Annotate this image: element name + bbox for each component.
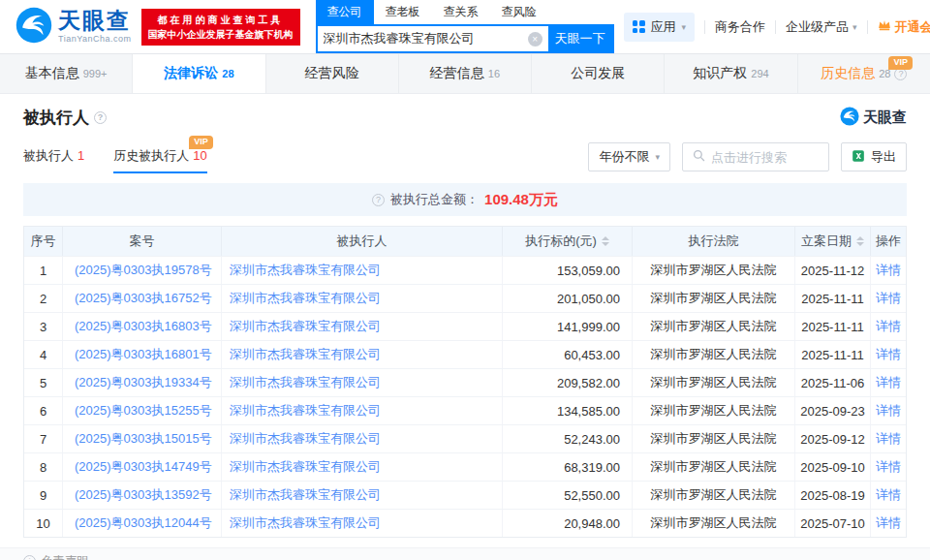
tab-label: 公司发展 (571, 65, 625, 82)
column-header[interactable]: 执行标的(元) (503, 227, 633, 256)
slogan-line-2: 国家中小企业发展子基金旗下机构 (148, 27, 294, 42)
column-header-label: 操作 (876, 233, 901, 250)
vip-badge: VIP (189, 136, 213, 149)
chevron-down-icon: ▾ (852, 22, 857, 32)
company-link[interactable]: 深圳市杰我睿珠宝有限公司 (222, 425, 503, 452)
court-name: 深圳市罗湖区人民法院 (633, 341, 795, 368)
disclaimer-link[interactable]: 免责声明 (42, 553, 88, 560)
year-filter-dropdown[interactable]: 年份不限 ▾ (588, 142, 670, 171)
detail-link[interactable]: 详情 (871, 425, 906, 452)
court-name: 深圳市罗湖区人民法院 (633, 510, 795, 537)
case-number-link[interactable]: (2025)粤0303执13592号 (63, 482, 222, 509)
tab-知识产权[interactable]: 知识产权294 (665, 54, 797, 93)
tab-基本信息[interactable]: 基本信息999+ (0, 54, 133, 93)
table-row: 5(2025)粤0303执19334号深圳市杰我睿珠宝有限公司209,582.0… (24, 368, 906, 396)
detail-link[interactable]: 详情 (871, 482, 906, 509)
help-question-icon[interactable]: ? (372, 194, 385, 206)
case-number-link[interactable]: (2025)粤0303执19578号 (63, 257, 222, 284)
company-link[interactable]: 深圳市杰我睿珠宝有限公司 (222, 369, 503, 396)
help-question-icon[interactable]: ? (94, 111, 107, 124)
case-number-link[interactable]: (2025)粤0303执16801号 (63, 341, 222, 368)
company-link[interactable]: 深圳市杰我睿珠宝有限公司 (222, 285, 503, 312)
detail-link[interactable]: 详情 (871, 341, 906, 368)
case-number-link[interactable]: (2025)粤0303执16752号 (63, 285, 222, 312)
sort-icon[interactable] (602, 236, 609, 246)
tab-公司发展[interactable]: 公司发展 (532, 54, 665, 93)
company-link[interactable]: 深圳市杰我睿珠宝有限公司 (222, 510, 503, 537)
subtab-count: 10 (193, 148, 206, 163)
company-link[interactable]: 深圳市杰我睿珠宝有限公司 (222, 453, 503, 481)
subtab-被执行人[interactable]: 被执行人1 (23, 147, 84, 173)
year-filter-label: 年份不限 (599, 148, 649, 166)
sort-icon[interactable] (856, 236, 864, 246)
row-index: 9 (24, 482, 63, 509)
column-header-label: 立案日期 (801, 233, 852, 250)
detail-link[interactable]: 详情 (871, 257, 906, 284)
case-number-link[interactable]: (2025)粤0303执16803号 (63, 313, 222, 340)
total-amount-label: 被执行总金额： (390, 191, 479, 208)
case-number-link[interactable]: (2025)粤0303执15255号 (63, 397, 222, 424)
company-link[interactable]: 深圳市杰我睿珠宝有限公司 (222, 341, 503, 368)
search-tab-查风险[interactable]: 查风险 (490, 0, 548, 24)
filing-date: 2025-11-06 (795, 369, 871, 396)
amount-value: 201,050.00 (503, 285, 633, 312)
tianyancha-logo[interactable]: 天眼查 TianYanCha.com (16, 7, 132, 47)
clear-search-icon[interactable]: × (528, 32, 542, 47)
company-link[interactable]: 深圳市杰我睿珠宝有限公司 (222, 397, 503, 424)
company-link[interactable]: 深圳市杰我睿珠宝有限公司 (222, 482, 503, 509)
tianyancha-watermark: 天眼查 (840, 107, 907, 129)
court-name: 深圳市罗湖区人民法院 (633, 257, 795, 284)
detail-link[interactable]: 详情 (871, 313, 906, 340)
search-category-tabs: 查公司查老板查关系查风险 (316, 0, 614, 24)
tab-经营信息[interactable]: 经营信息16 (399, 54, 532, 93)
detail-link[interactable]: 详情 (871, 453, 906, 481)
search-tab-查关系[interactable]: 查关系 (432, 0, 490, 24)
search-input[interactable] (318, 32, 528, 47)
detail-link[interactable]: 详情 (871, 397, 906, 424)
main-content: 被执行人 ? 天眼查 被执行人1历史被执行人10VIP 年份不限 ▾ (0, 94, 930, 538)
detail-link[interactable]: 详情 (871, 369, 906, 396)
chevron-down-icon: ▾ (682, 22, 687, 32)
row-index: 3 (24, 313, 63, 340)
subtab-历史被执行人[interactable]: 历史被执行人10VIP (113, 147, 206, 173)
search-tab-查老板[interactable]: 查老板 (374, 0, 432, 24)
filing-date: 2025-09-12 (795, 425, 871, 452)
court-name: 深圳市罗湖区人民法院 (633, 425, 795, 452)
case-number-link[interactable]: (2025)粤0303执12044号 (63, 510, 222, 537)
row-index: 10 (24, 510, 63, 537)
executed-persons-table: 序号案号被执行人执行标的(元)执行法院立案日期操作 1(2025)粤0303执1… (23, 226, 907, 538)
subtab-row: 被执行人1历史被执行人10VIP 年份不限 ▾ 导出 (23, 142, 907, 173)
tab-经营风险[interactable]: 经营风险 (266, 54, 399, 93)
company-tab-bar: 基本信息999+法律诉讼28经营风险经营信息16公司发展知识产权294历史信息2… (0, 53, 930, 94)
list-search-input[interactable] (711, 150, 819, 165)
search-block: 查公司查老板查关系查风险 × 天眼一下 (316, 0, 614, 53)
column-header[interactable]: 立案日期 (795, 227, 871, 256)
column-header: 操作 (871, 227, 906, 256)
section-head: 被执行人 ? 天眼查 (23, 106, 907, 129)
detail-link[interactable]: 详情 (871, 510, 906, 537)
nav-open-membership[interactable]: 开通会员 ▾ (878, 18, 930, 36)
tianyancha-logo-icon (16, 7, 52, 47)
company-link[interactable]: 深圳市杰我睿珠宝有限公司 (222, 313, 503, 340)
search-tab-查公司[interactable]: 查公司 (316, 0, 374, 24)
nav-enterprise-products[interactable]: 企业级产品 ▾ (786, 18, 857, 36)
tab-历史信息[interactable]: 历史信息28?VIP (798, 54, 930, 93)
logo-domain: TianYanCha.com (58, 34, 132, 44)
list-search-box[interactable] (682, 142, 829, 171)
case-number-link[interactable]: (2025)粤0303执14749号 (63, 453, 222, 481)
top-nav: 应用 ▾ 商务合作 企业级产品 ▾ 开通会员 ▾ 费米 ▾ (624, 13, 930, 42)
apps-label: 应用 (651, 18, 676, 36)
company-link[interactable]: 深圳市杰我睿珠宝有限公司 (222, 257, 503, 284)
amount-value: 153,059.00 (503, 257, 633, 284)
court-name: 深圳市罗湖区人民法院 (633, 285, 795, 312)
detail-link[interactable]: 详情 (871, 285, 906, 312)
search-box: × 天眼一下 (316, 24, 614, 53)
nav-business-cooperation[interactable]: 商务合作 (715, 18, 765, 36)
case-number-link[interactable]: (2025)粤0303执19334号 (63, 369, 222, 396)
export-button[interactable]: 导出 (841, 142, 907, 171)
search-button[interactable]: 天眼一下 (548, 26, 612, 51)
case-number-link[interactable]: (2025)粤0303执15015号 (63, 425, 222, 452)
tab-法律诉讼[interactable]: 法律诉讼28 (133, 54, 265, 93)
apps-menu[interactable]: 应用 ▾ (624, 13, 696, 42)
apps-grid-icon (633, 20, 645, 33)
